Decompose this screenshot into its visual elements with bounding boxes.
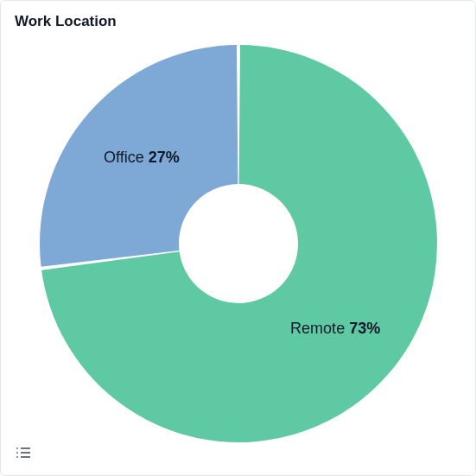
list-icon xyxy=(16,447,30,449)
card-title: Work Location xyxy=(15,13,461,30)
legend-toggle-button[interactable] xyxy=(13,442,34,463)
slice-label-remote: Remote 73% xyxy=(290,319,380,336)
donut-chart: Remote 73%Office 27% xyxy=(1,35,475,451)
work-location-card: Work Location Remote 73%Office 27% xyxy=(0,0,476,476)
donut-chart-svg: Remote 73%Office 27% xyxy=(31,36,446,451)
slice-label-office: Office 27% xyxy=(103,148,179,165)
